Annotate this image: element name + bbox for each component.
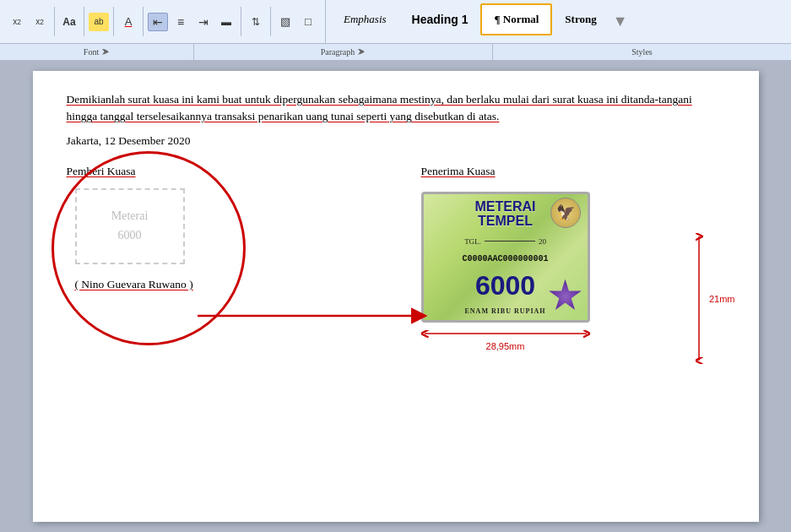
stamp-inner: 🦅 METERAI TEMPEL TGL. 20 C0000AAC0000000…	[424, 194, 588, 320]
superscript-btn[interactable]: x2	[7, 13, 27, 31]
styles-ribbon: Emphasis Heading 1 ¶ Normal Strong ▼	[326, 0, 791, 43]
sep2	[84, 7, 84, 36]
style-heading-btn[interactable]: Heading 1	[399, 3, 481, 35]
borders-btn[interactable]: □	[298, 13, 318, 31]
document-paragraph[interactable]: Demikianlah surat kuasa ini kami buat un…	[67, 91, 725, 126]
meterai-placeholder-box: Meterai 6000	[75, 188, 185, 264]
measure-area: 28,95mm	[421, 326, 590, 351]
toolbar: x2 x2 Aa ab A ⇤ ≡ ⇥ ▬ ⇅ ▧ □ Emphasis Hea…	[0, 0, 791, 44]
sig-right-title: Penerima Kuasa	[421, 165, 496, 178]
justify-btn[interactable]: ▬	[216, 13, 236, 31]
styles-section-label: Styles	[493, 44, 791, 60]
shading-btn[interactable]: ▧	[275, 13, 295, 31]
sig-left: Pemberi Kuasa Meterai 6000 ( Nino Guevar…	[67, 165, 371, 291]
sub-ribbon: Font ⮞ Paragraph ⮞ Styles	[0, 44, 791, 61]
stamp-amount: 6000	[475, 272, 535, 299]
font-expand-icon[interactable]: ⮞	[102, 48, 110, 57]
font-size-btn[interactable]: Aa	[59, 13, 79, 31]
line-spacing-btn[interactable]: ⇅	[246, 13, 266, 31]
sep5	[241, 7, 241, 36]
subscript-btn[interactable]: x2	[30, 13, 50, 31]
align-left-btn[interactable]: ⇤	[148, 13, 168, 31]
meterai-stamp: 🦅 METERAI TEMPEL TGL. 20 C0000AAC0000000…	[421, 192, 590, 323]
stamp-code: C0000AAC000000001	[462, 254, 548, 263]
document-area: Demikianlah surat kuasa ini kami buat un…	[0, 61, 791, 532]
sep4	[143, 7, 144, 36]
sig-left-title: Pemberi Kuasa	[67, 165, 371, 178]
measure-v-arrow	[691, 233, 707, 364]
sep1	[54, 7, 55, 36]
paragraph-section-label: Paragraph ⮞	[194, 44, 493, 60]
sep3	[113, 7, 114, 36]
formatting-buttons: x2 x2 Aa ab A ⇤ ≡ ⇥ ▬ ⇅ ▧ □	[0, 0, 326, 43]
stamp-desc: ENAM RIBU RUPIAH	[465, 307, 546, 315]
signature-section: Pemberi Kuasa Meterai 6000 ( Nino Guevar…	[67, 165, 725, 351]
sep6	[270, 7, 271, 36]
measure-vertical-container: 21mm	[691, 233, 735, 364]
document-page: Demikianlah surat kuasa ini kami buat un…	[33, 71, 759, 522]
stamp-tgl-row: TGL. 20	[431, 237, 581, 246]
style-strong-btn[interactable]: Strong	[552, 3, 609, 35]
highlight-btn[interactable]: ab	[89, 13, 109, 31]
style-normal-btn[interactable]: ¶ Normal	[480, 3, 552, 35]
measure-horizontal	[421, 326, 590, 341]
measure-v-label: 21mm	[709, 294, 735, 304]
measure-h-arrow	[421, 326, 590, 341]
measure-h-label: 28,95mm	[421, 341, 590, 351]
sig-right: Penerima Kuasa 🦅 METERAI TEMPEL TGL.	[371, 165, 725, 351]
align-center-btn[interactable]: ≡	[171, 13, 191, 31]
style-emphasis-btn[interactable]: Emphasis	[331, 3, 399, 35]
font-section-label: Font ⮞	[0, 44, 194, 60]
date-line: Jakarta, 12 Desember 2020	[67, 134, 725, 148]
sig-name: ( Nino Guevara Ruwano )	[75, 278, 371, 291]
styles-more-btn[interactable]: ▼	[610, 3, 631, 40]
font-color-btn[interactable]: A	[118, 13, 138, 31]
stamp-title: METERAI TEMPEL	[475, 199, 536, 229]
paragraph-expand-icon[interactable]: ⮞	[358, 48, 366, 57]
stamp-flower	[549, 280, 582, 313]
align-right-btn[interactable]: ⇥	[193, 13, 214, 31]
garuda-emblem: 🦅	[550, 198, 581, 228]
